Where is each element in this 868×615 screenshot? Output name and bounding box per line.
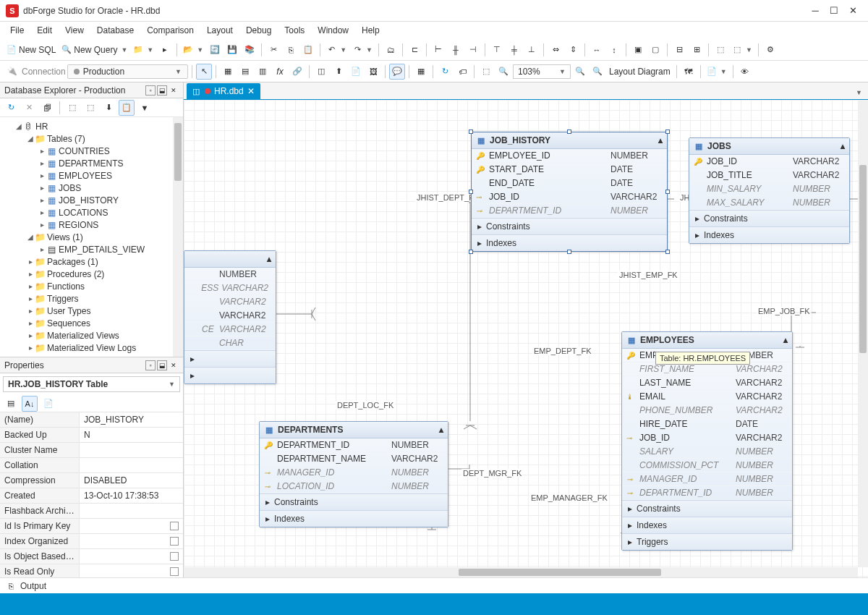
tb-c[interactable]: ⬚▼ bbox=[730, 42, 754, 58]
relation-label[interactable]: JHIST_EMP_FK bbox=[618, 271, 679, 279]
menu-edit[interactable]: Edit bbox=[31, 23, 58, 38]
paste-button[interactable]: 📋 bbox=[300, 42, 316, 58]
menu-help[interactable]: Help bbox=[356, 23, 386, 38]
exp-delete[interactable]: ✕ bbox=[21, 100, 37, 116]
entity-column[interactable]: LAST_NAMEVARCHAR2 bbox=[622, 376, 792, 390]
align-t[interactable]: ⊤ bbox=[489, 42, 505, 58]
property-row[interactable]: Is Object Based ... bbox=[0, 549, 183, 564]
property-row[interactable]: Flashback Archiv... bbox=[0, 504, 183, 519]
menu-view[interactable]: View bbox=[59, 23, 90, 38]
tree-folder[interactable]: ▸📁Materialized View Logs bbox=[0, 342, 183, 354]
maximize-button[interactable]: ☐ bbox=[825, 1, 843, 20]
entity-column[interactable]: SALARYNUMBER bbox=[622, 445, 792, 459]
zoom-input[interactable]: 103%▼ bbox=[513, 64, 571, 79]
tree-folder[interactable]: ▸📁Sequences bbox=[0, 317, 183, 329]
connection-dropdown[interactable]: Production ▼ bbox=[67, 64, 188, 79]
property-row[interactable]: Backed UpN bbox=[0, 428, 183, 443]
tree-table-item[interactable]: ▸▦JOBS bbox=[0, 182, 183, 194]
panel-window-icon[interactable]: ▫ bbox=[145, 360, 156, 370]
entity-column[interactable]: CEVARCHAR2 bbox=[184, 323, 276, 336]
collapse-icon[interactable]: ▴ bbox=[783, 335, 788, 345]
exp-sort[interactable]: ⬇ bbox=[101, 100, 116, 116]
minimize-button[interactable]: ─ bbox=[806, 1, 825, 20]
grid-toggle[interactable]: ▦ bbox=[413, 64, 429, 80]
tb-e[interactable]: 🏷 bbox=[454, 64, 470, 80]
conn-icon[interactable]: 🔌 bbox=[4, 64, 20, 80]
prop-cat[interactable]: ▤ bbox=[3, 396, 19, 412]
tree-view-item[interactable]: ▸▤EMP_DETAILS_VIEW bbox=[0, 243, 183, 255]
entity-column[interactable]: ⊸LOCATION_IDNUMBER bbox=[260, 480, 448, 493]
close-button[interactable]: ✕ bbox=[843, 1, 862, 20]
dist-h[interactable]: ⇔ bbox=[548, 42, 563, 58]
checkbox[interactable] bbox=[170, 552, 179, 561]
property-row[interactable]: Id Is Primary Key bbox=[0, 519, 183, 534]
fx-button[interactable]: fx bbox=[272, 64, 288, 80]
entity-job-history[interactable]: ▦JOB_HISTORY▴ 🔑EMPLOYEE_IDNUMBER🔑START_D… bbox=[471, 132, 668, 252]
copy-button[interactable]: ⎘ bbox=[283, 42, 299, 58]
size-h[interactable]: ↕ bbox=[606, 42, 622, 58]
entity-column[interactable]: ⊸DEPARTMENT_IDNUMBER bbox=[472, 204, 667, 218]
entity-column[interactable]: ESSVARCHAR2 bbox=[184, 281, 276, 295]
entity-column[interactable]: PHONE_NUMBERVARCHAR2 bbox=[622, 404, 792, 417]
entity-column[interactable]: JOB_TITLEVARCHAR2 bbox=[689, 169, 849, 182]
explorer-scrollbar[interactable] bbox=[173, 117, 183, 357]
entity-column[interactable]: 🔑EMPLOYEE_IDNUMBER bbox=[472, 149, 667, 163]
property-row[interactable]: Cluster Name bbox=[0, 443, 183, 458]
exp-filter[interactable]: ▼ bbox=[137, 100, 153, 116]
output-tab[interactable]: Output bbox=[20, 581, 46, 591]
entity-jobs[interactable]: ▦JOBS▴ 🔑JOB_IDVARCHAR2JOB_TITLEVARCHAR2M… bbox=[689, 137, 850, 244]
note-button[interactable]: 📄 bbox=[348, 64, 364, 80]
bring-front[interactable]: ▣ bbox=[630, 42, 646, 58]
entity-section[interactable]: ▸Indexes bbox=[622, 517, 792, 533]
entity-departments[interactable]: ▦DEPARTMENTS▴ 🔑DEPARTMENT_IDNUMBERDEPART… bbox=[259, 421, 448, 527]
entity-column[interactable]: ⊸MANAGER_IDNUMBER bbox=[260, 466, 448, 480]
add-view-button[interactable]: ▤ bbox=[237, 64, 253, 80]
menu-tools[interactable]: Tools bbox=[278, 23, 310, 38]
relation-label[interactable]: DEPT_MGR_FK bbox=[461, 469, 523, 478]
property-row[interactable]: Is Read Only bbox=[0, 564, 183, 577]
add-table-button[interactable]: ▦ bbox=[220, 64, 236, 80]
relation-label[interactable]: EMP_JOB_FK bbox=[757, 307, 812, 315]
exp-script[interactable]: 🗐 bbox=[39, 100, 55, 116]
entity-column[interactable]: MAX_SALARYNUMBER bbox=[689, 196, 849, 210]
tree-table-item[interactable]: ▸▦JOB_HISTORY bbox=[0, 194, 183, 206]
expand-all[interactable]: ⊞ bbox=[689, 42, 705, 58]
align-c[interactable]: ╫ bbox=[448, 42, 464, 58]
entity-column[interactable]: VARCHAR2 bbox=[184, 309, 276, 323]
entity-column[interactable]: VARCHAR2 bbox=[184, 295, 276, 309]
exp-filter1[interactable]: ⬚ bbox=[64, 100, 80, 116]
tree-db[interactable]: ◢🛢HR bbox=[0, 120, 183, 132]
send-back[interactable]: ▢ bbox=[647, 42, 663, 58]
refresh-diagram[interactable]: ↻ bbox=[437, 64, 453, 80]
menu-debug[interactable]: Debug bbox=[240, 23, 277, 38]
property-row[interactable]: Index Organized bbox=[0, 534, 183, 549]
menu-layout[interactable]: Layout bbox=[201, 23, 239, 38]
entity-column[interactable]: 🔑DEPARTMENT_IDNUMBER bbox=[260, 438, 448, 452]
checkbox[interactable] bbox=[170, 522, 179, 530]
tree-views-folder[interactable]: ◢📁Views (1) bbox=[0, 231, 183, 243]
tree-table-item[interactable]: ▸▦EMPLOYEES bbox=[0, 169, 183, 182]
diagram-canvas[interactable]: JHIST_DEPT_FK JHIST_JOB_FK JHIST_EMP_FK … bbox=[184, 100, 868, 577]
collapse-icon[interactable]: ▴ bbox=[841, 141, 845, 151]
tree-tables-folder[interactable]: ◢📁Tables (7) bbox=[0, 132, 183, 145]
align-left-button[interactable]: ⊏ bbox=[407, 42, 422, 58]
refresh-button[interactable]: 🔄 bbox=[207, 42, 223, 58]
toolbar-btn-2[interactable]: ▸ bbox=[157, 42, 173, 58]
entity-column[interactable]: ⊸JOB_IDVARCHAR2 bbox=[472, 190, 667, 204]
image-button[interactable]: 🖼 bbox=[365, 64, 381, 80]
relation-label[interactable]: EMP_DEPT_FK bbox=[532, 347, 592, 355]
undo-button[interactable]: ↶▼ bbox=[324, 42, 349, 58]
entity-partial[interactable]: ▴ NUMBERESSVARCHAR2VARCHAR2VARCHAR2CEVAR… bbox=[184, 250, 276, 384]
properties-object-dropdown[interactable]: HR.JOB_HISTORY Table▼ bbox=[3, 376, 180, 392]
checkbox[interactable] bbox=[170, 567, 179, 576]
entity-column[interactable]: DEPARTMENT_NAMEVARCHAR2 bbox=[260, 452, 448, 466]
prop-pages[interactable]: 📄 bbox=[41, 396, 56, 412]
collapse-icon[interactable]: ▴ bbox=[658, 135, 663, 145]
entity-column[interactable]: NUMBER bbox=[184, 268, 276, 281]
prop-az[interactable]: A↓ bbox=[22, 396, 38, 412]
collapse-icon[interactable]: ▴ bbox=[439, 425, 443, 435]
tab-close-button[interactable]: ✕ bbox=[247, 86, 255, 96]
panel-window-icon[interactable]: ▫ bbox=[145, 85, 156, 96]
link-button[interactable]: 🔗 bbox=[289, 64, 305, 80]
tb-a[interactable]: 🗂 bbox=[383, 42, 399, 58]
